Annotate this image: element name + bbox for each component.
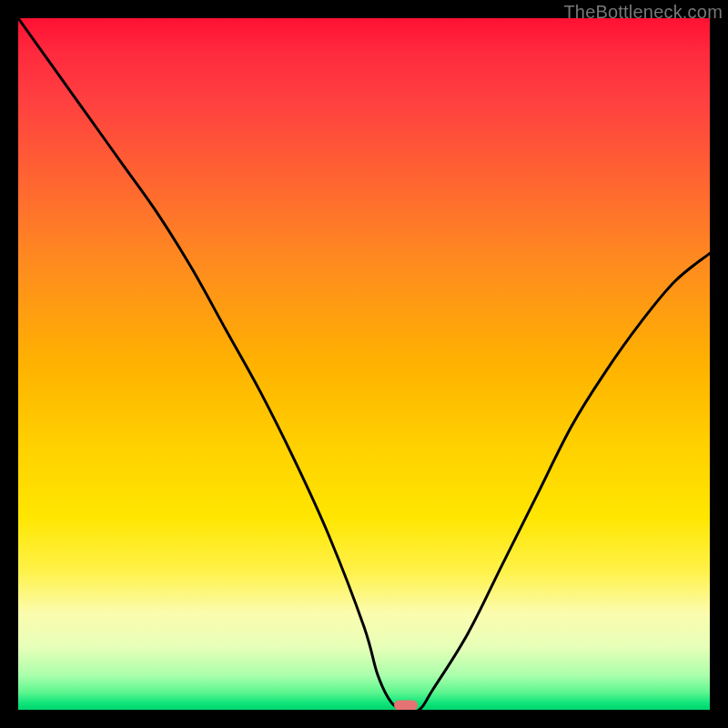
chart-container: TheBottleneck.com: [0, 0, 728, 728]
plot-area: [18, 18, 710, 710]
bottleneck-curve: [18, 18, 710, 710]
optimum-marker: [394, 701, 418, 710]
